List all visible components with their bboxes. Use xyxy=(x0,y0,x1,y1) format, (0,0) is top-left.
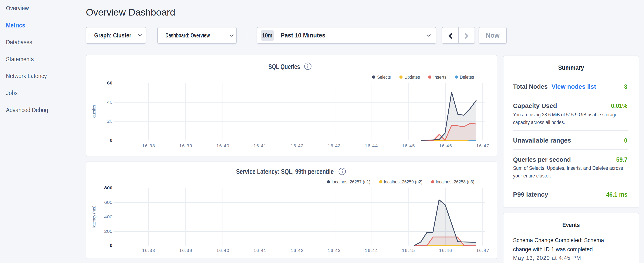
svg-text:20: 20 xyxy=(107,119,112,123)
svg-text:800: 800 xyxy=(104,185,112,190)
svg-text:16:46: 16:46 xyxy=(439,143,452,148)
svg-text:localhost:26258 (n3): localhost:26258 (n3) xyxy=(436,179,474,184)
svg-text:16:45: 16:45 xyxy=(402,143,415,148)
svg-text:16:41: 16:41 xyxy=(254,143,266,148)
svg-text:16:46: 16:46 xyxy=(439,248,452,253)
svg-text:16:44: 16:44 xyxy=(365,143,378,148)
svg-text:latency (ms): latency (ms) xyxy=(92,205,96,228)
svg-text:16:39: 16:39 xyxy=(179,248,192,253)
svg-text:Inserts: Inserts xyxy=(433,75,446,80)
svg-text:60: 60 xyxy=(107,80,112,85)
svg-text:16:38: 16:38 xyxy=(142,248,155,253)
svg-text:Service Latency: SQL, 99th per: Service Latency: SQL, 99th percentile xyxy=(236,168,334,175)
svg-text:16:47: 16:47 xyxy=(476,143,489,148)
svg-text:SQL Queries: SQL Queries xyxy=(268,63,300,70)
svg-text:Deletes: Deletes xyxy=(460,75,474,80)
svg-text:16:42: 16:42 xyxy=(291,248,304,253)
svg-text:16:39: 16:39 xyxy=(179,143,192,148)
svg-text:16:40: 16:40 xyxy=(216,248,229,253)
svg-text:0: 0 xyxy=(110,243,112,248)
svg-text:16:43: 16:43 xyxy=(328,143,340,148)
svg-text:400: 400 xyxy=(104,214,112,219)
svg-text:600: 600 xyxy=(104,200,112,205)
svg-text:200: 200 xyxy=(104,229,112,234)
svg-text:localhost:26259 (n2): localhost:26259 (n2) xyxy=(384,179,422,184)
svg-text:16:44: 16:44 xyxy=(365,248,378,253)
svg-text:16:45: 16:45 xyxy=(402,248,415,253)
svg-text:16:38: 16:38 xyxy=(142,143,155,148)
svg-text:16:47: 16:47 xyxy=(476,248,489,253)
svg-text:Selects: Selects xyxy=(377,75,391,80)
svg-text:16:43: 16:43 xyxy=(328,248,340,253)
svg-text:queries: queries xyxy=(92,105,96,118)
svg-text:16:40: 16:40 xyxy=(216,143,229,148)
svg-text:16:41: 16:41 xyxy=(254,248,266,253)
svg-text:0: 0 xyxy=(110,138,112,143)
svg-text:localhost:26257 (n1): localhost:26257 (n1) xyxy=(332,179,370,184)
svg-text:Updates: Updates xyxy=(404,75,420,80)
svg-text:40: 40 xyxy=(107,100,112,105)
svg-text:16:42: 16:42 xyxy=(291,143,304,148)
